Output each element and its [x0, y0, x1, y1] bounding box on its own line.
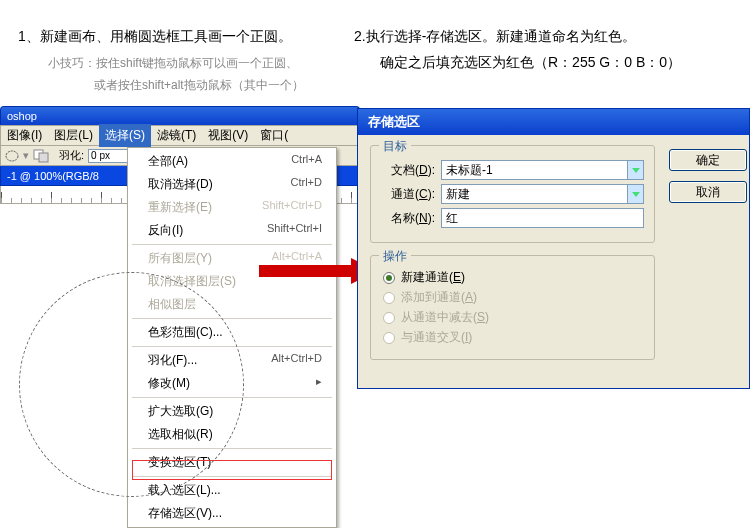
ok-button[interactable]: 确定: [669, 149, 747, 171]
operation-group: 操作 新建通道(E)添加到通道(A)从通道中减去(S)与通道交叉(I): [370, 255, 655, 360]
cancel-button[interactable]: 取消: [669, 181, 747, 203]
menu-item[interactable]: 存储选区(V)...: [128, 502, 336, 525]
menubar-item[interactable]: 窗口(: [254, 124, 294, 147]
menubar-item[interactable]: 图层(L): [48, 124, 99, 147]
step2-sub: 确定之后填充选区为红色（R：255 G：0 B：0）: [380, 52, 681, 73]
operation-radio: 添加到通道(A): [383, 289, 644, 306]
doc-label: 文档(D):: [381, 162, 435, 179]
menubar-item[interactable]: 图像(I): [1, 124, 48, 147]
menu-item[interactable]: 取消选择(D)Ctrl+D: [128, 173, 336, 196]
operation-radio: 从通道中减去(S): [383, 309, 644, 326]
tip-line-1: 小技巧：按住shift键拖动鼠标可以画一个正圆、: [48, 54, 298, 72]
menu-item[interactable]: 反向(I)Shift+Ctrl+I: [128, 219, 336, 242]
doc-combo[interactable]: 未标题-1: [441, 160, 644, 180]
chevron-down-icon[interactable]: [627, 185, 643, 203]
target-legend: 目标: [379, 138, 411, 155]
menu-item[interactable]: 全部(A)Ctrl+A: [128, 150, 336, 173]
feather-input[interactable]: 0 px: [88, 149, 128, 163]
menu-item: 重新选择(E)Shift+Ctrl+D: [128, 196, 336, 219]
operation-radio[interactable]: 新建通道(E): [383, 269, 644, 286]
channel-combo[interactable]: 新建: [441, 184, 644, 204]
channel-combo-value: 新建: [446, 185, 470, 203]
ps-menubar[interactable]: 图像(I)图层(L)选择(S)滤镜(T)视图(V)窗口(: [0, 125, 360, 146]
svg-point-0: [6, 151, 18, 161]
menubar-item[interactable]: 选择(S): [99, 124, 151, 147]
ellipse-marquee-icon: [5, 149, 19, 163]
dashed-selection-circle: [19, 272, 244, 497]
mode-icons[interactable]: [33, 149, 55, 163]
doc-combo-value: 未标题-1: [446, 161, 493, 179]
operation-radio: 与通道交叉(I): [383, 329, 644, 346]
tip-line-2: 或者按住shift+alt拖动鼠标（其中一个）: [94, 76, 304, 94]
step2-title: 2.执行选择-存储选区。新建通道命名为红色。: [354, 26, 636, 47]
dropdown-arrow-icon[interactable]: ▾: [23, 149, 29, 162]
name-input[interactable]: 红: [441, 208, 644, 228]
menubar-item[interactable]: 视图(V): [202, 124, 254, 147]
dialog-title: 存储选区: [358, 109, 749, 135]
feather-label: 羽化:: [59, 148, 84, 163]
operation-legend: 操作: [379, 248, 411, 265]
name-label: 名称(N):: [381, 210, 435, 227]
save-selection-dialog: 存储选区 目标 文档(D): 未标题-1 通道(C): 新建 名称(N): 红: [357, 108, 750, 389]
step1-title: 1、新建画布、用椭圆选框工具画一个正圆。: [18, 26, 292, 47]
chevron-down-icon[interactable]: [627, 161, 643, 179]
channel-label: 通道(C):: [381, 186, 435, 203]
ps-titlebar: oshop: [0, 106, 360, 125]
target-group: 目标 文档(D): 未标题-1 通道(C): 新建 名称(N): 红: [370, 145, 655, 243]
svg-rect-2: [39, 153, 48, 162]
menubar-item[interactable]: 滤镜(T): [151, 124, 202, 147]
